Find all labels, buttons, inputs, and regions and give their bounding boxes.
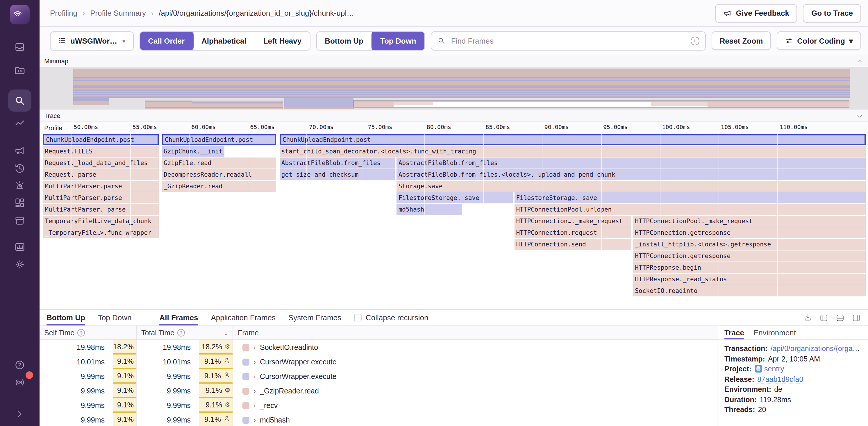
flame-block[interactable]: MultiPartParser.parse (43, 181, 159, 192)
self-time-column-header[interactable]: Self Time? (39, 326, 136, 339)
flame-block[interactable]: HTTPConnection.request (514, 227, 631, 238)
flame-block[interactable]: SocketIO.readinto (633, 285, 866, 296)
tab-system-frames[interactable]: System Frames (288, 310, 341, 325)
sort-option-alphabetical[interactable]: Alphabetical (193, 32, 255, 50)
layout-bottom-icon[interactable] (835, 313, 845, 322)
details-tab-environment[interactable]: Environment (753, 326, 796, 339)
go-to-trace-button[interactable]: Go to Trace (803, 4, 861, 22)
flame-block[interactable]: AbstractFileBlob.from_files (397, 158, 866, 168)
flame-block[interactable]: AbstractFileBlob.from_files.<locals>._up… (397, 169, 866, 180)
reset-zoom-button[interactable]: Reset Zoom (711, 31, 771, 50)
flame-block[interactable]: _TemporaryFile…>.func_wrapper (43, 227, 159, 238)
minimap[interactable] (39, 67, 868, 109)
flame-block[interactable]: GzipFile.read (162, 158, 276, 168)
direction-option-bottom-up[interactable]: Bottom Up (316, 32, 372, 50)
flame-block[interactable]: MultiPartParser._parse (43, 204, 159, 215)
flame-block[interactable]: GzipChunk.__init__ (162, 146, 224, 157)
tab-bottom-up[interactable]: Bottom Up (46, 310, 85, 325)
details-tab-trace[interactable]: Trace (724, 326, 744, 339)
help-icon[interactable] (10, 356, 30, 374)
issues-icon[interactable] (10, 38, 30, 56)
breadcrumb-profiling[interactable]: Profiling (50, 9, 77, 18)
frame-table-row[interactable]: 9.99ms9.1%9.99ms9.1%⚙›_recv (39, 398, 717, 413)
flame-block[interactable]: FilestoreStorage._save (397, 192, 513, 203)
flame-block[interactable]: AbstractFileBlob.from_files (280, 158, 395, 168)
flame-block[interactable]: HTTPConnection.getresponse (633, 227, 866, 238)
alerts-siren-icon[interactable] (10, 177, 30, 194)
flame-block[interactable]: HTTPConnection.getresponse (633, 251, 866, 262)
flame-block[interactable]: ChunkUploadEndpoint.post (43, 134, 159, 145)
transaction-link[interactable]: /api/0/organizations/{organ… (771, 345, 861, 353)
collapse-minimap-icon[interactable] (856, 57, 863, 65)
metrics-icon[interactable] (10, 115, 30, 132)
sort-option-call-order[interactable]: Call Order (139, 31, 193, 50)
flame-block[interactable]: Storage.save (397, 181, 866, 192)
total-time-column-header[interactable]: Total Time? ↓ (136, 326, 233, 339)
flame-block[interactable]: HTTPConnectionPool.urlopen (514, 204, 865, 215)
layout-left-icon[interactable] (819, 313, 829, 322)
collapse-recursion-checkbox[interactable] (354, 314, 362, 321)
tab-application-frames[interactable]: Application Frames (211, 310, 276, 325)
frame-table-row[interactable]: 9.99ms9.1%9.99ms9.1%⚙›_GzipReader.read (39, 384, 717, 398)
stats-icon[interactable] (10, 238, 30, 256)
flame-block[interactable]: start_child_span_decorator.<locals>.func… (280, 146, 866, 157)
flame-block[interactable]: TemporaryFileU…ive_data_chunk (43, 216, 159, 227)
feedback-megaphone-icon[interactable] (10, 142, 30, 159)
search-icon[interactable] (8, 90, 31, 111)
color-coding-button[interactable]: Color Coding ▾ (777, 31, 861, 50)
direction-option-top-down[interactable]: Top Down (371, 31, 425, 50)
replays-icon[interactable] (10, 159, 30, 177)
find-frames-search[interactable]: i (431, 31, 706, 50)
project-link[interactable]: sentry (764, 365, 784, 373)
frame-column-header[interactable]: Frame (233, 326, 717, 339)
flame-block[interactable]: MultiPartParser.parse (43, 192, 159, 203)
breadcrumb-profile-summary[interactable]: Profile Summary (90, 9, 146, 18)
flame-block[interactable]: ChunkUploadEndpoint.post (162, 134, 276, 145)
tab-all-frames[interactable]: All Frames (160, 310, 198, 325)
flame-block[interactable]: HTTPConnection.send (514, 239, 631, 250)
expand-chevron-icon[interactable]: › (253, 343, 256, 351)
dashboards-icon[interactable] (10, 194, 30, 211)
layout-right-icon[interactable] (852, 313, 861, 322)
flame-block[interactable]: Request._load_data_and_files (43, 158, 159, 168)
download-icon[interactable] (803, 313, 812, 322)
flame-block[interactable]: HTTPResponse._read_status (633, 274, 866, 285)
flame-block[interactable]: ChunkUploadEndpoint.post (280, 134, 866, 145)
tab-top-down[interactable]: Top Down (98, 310, 132, 325)
settings-gear-icon[interactable] (10, 256, 30, 273)
question-icon[interactable]: ? (177, 329, 185, 336)
collapse-trace-icon[interactable] (856, 112, 863, 120)
explore-icon[interactable] (10, 62, 30, 79)
flame-block[interactable]: get_size_and_checksum (280, 169, 395, 180)
frame-table-row[interactable]: 10.01ms9.1%10.01ms9.1%›CursorWrapper.exe… (39, 355, 717, 369)
flame-block[interactable]: _install_httplib.<locals>.getresponse (633, 239, 866, 250)
sort-descending-icon[interactable]: ↓ (224, 328, 228, 337)
collapse-recursion-toggle[interactable]: Collapse recursion (354, 310, 428, 325)
give-feedback-button[interactable]: Give Feedback (715, 4, 797, 22)
expand-chevron-icon[interactable]: › (253, 416, 256, 424)
flame-block[interactable]: HTTPConnection…._make_request (514, 216, 631, 227)
frame-table-row[interactable]: 9.99ms9.1%9.99ms9.1%›CursorWrapper.execu… (39, 369, 717, 384)
flame-graph[interactable]: ChunkUploadEndpoint.postChunkUploadEndpo… (39, 134, 868, 309)
flame-block[interactable]: Request._parse (43, 169, 159, 180)
expand-chevron-icon[interactable]: › (253, 358, 256, 366)
releases-icon[interactable] (10, 211, 30, 229)
release-link[interactable]: 87aab1d9cfa0 (757, 375, 803, 384)
flame-block[interactable]: HTTPResponse.begin (633, 262, 866, 273)
flame-block[interactable]: DecompressReader.readall (162, 169, 276, 180)
expand-chevron-icon[interactable]: › (253, 372, 256, 381)
flame-block[interactable]: FilestoreStorage._save (514, 192, 865, 203)
find-frames-input[interactable] (450, 36, 686, 45)
sentry-logo[interactable] (10, 5, 30, 24)
flame-block[interactable]: HTTPConnectionPool._make_request (633, 216, 866, 227)
flame-block[interactable]: Request.FILES (43, 146, 159, 157)
frame-table-row[interactable]: 19.98ms18.2%19.98ms18.2%⚙›SocketIO.readi… (39, 340, 717, 355)
sidebar-expand-icon[interactable] (10, 405, 30, 423)
expand-chevron-icon[interactable]: › (253, 387, 256, 395)
flame-block[interactable]: md5hash (397, 204, 462, 215)
whats-new-broadcast-icon[interactable] (10, 374, 30, 391)
sort-option-left-heavy[interactable]: Left Heavy (255, 32, 310, 50)
flame-block[interactable]: _GzipReader.read (162, 181, 276, 192)
question-icon[interactable]: ? (77, 329, 85, 336)
thread-selector[interactable]: uWSGIWor… ▾ (50, 31, 133, 50)
